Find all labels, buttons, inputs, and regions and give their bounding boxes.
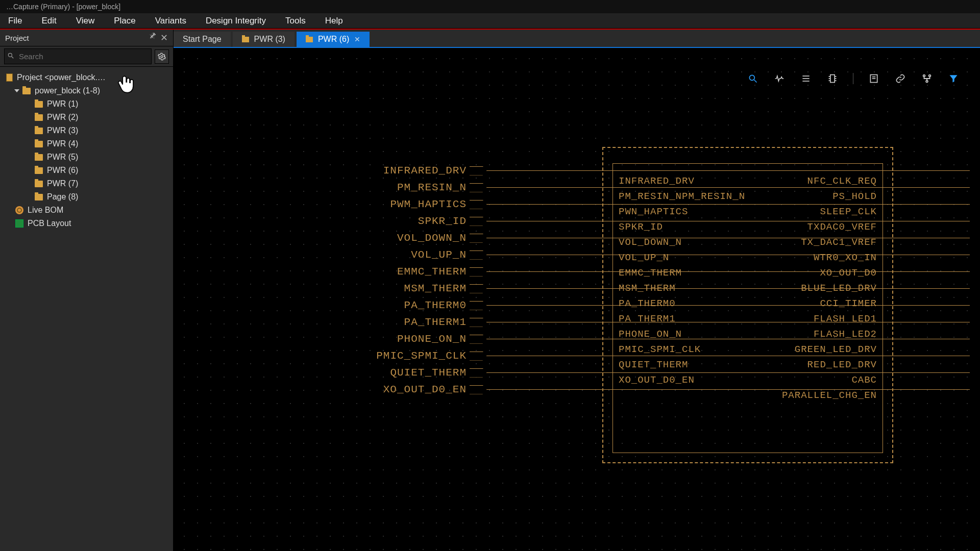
panel-title: Project — [5, 34, 29, 42]
block-pins-right: NFC_CLK_REQPS_HOLDSLEEP_CLKTXDAC0_VREFTX… — [782, 173, 877, 403]
pin-label: PHONE_ON_N — [619, 327, 745, 342]
pcb-layout-label: PCB Layout — [28, 219, 71, 228]
tree-page[interactable]: PWR (4) — [3, 137, 170, 151]
tree-page-label: PWR (7) — [47, 179, 78, 188]
menu-variants[interactable]: Variants — [155, 16, 186, 26]
port-icon — [470, 217, 487, 226]
pin-label: PA_THERM0 — [619, 296, 745, 311]
tree-page-label: PWR (5) — [47, 153, 78, 162]
folder-icon — [242, 37, 249, 42]
tree-pcb-layout[interactable]: PCB Layout — [3, 217, 170, 230]
tree-page[interactable]: PWR (5) — [3, 151, 170, 164]
folder-icon — [306, 37, 313, 42]
pin-label: VOL_UP_N — [619, 250, 745, 265]
pin-label: INFRARED_DRV — [619, 173, 745, 189]
window-title: …Capture (Primary) - [power_block] — [6, 3, 120, 11]
component-block[interactable]: INFRARED_DRVPM_RESIN_NPM_RESIN_NPWN_HAPT… — [602, 147, 893, 463]
search-input[interactable] — [4, 48, 152, 64]
menubar: File Edit View Place Variants Design Int… — [0, 13, 980, 29]
menu-place[interactable]: Place — [114, 16, 136, 26]
tree-page[interactable]: PWR (2) — [3, 111, 170, 124]
pin-label: CCI_TIMER — [782, 296, 877, 311]
folder-icon — [35, 167, 43, 174]
canvas-area[interactable]: Start PagePWR (3)PWR (6)✕ INFRA — [174, 30, 980, 551]
pin-label: XO_OUT_D0 — [782, 265, 877, 281]
search-row — [0, 46, 173, 67]
tree-page[interactable]: Page (8) — [3, 190, 170, 204]
tree-page-label: PWR (4) — [47, 139, 78, 148]
tree-live-bom[interactable]: Live BOM — [3, 204, 170, 217]
tab-label: Start Page — [183, 35, 222, 44]
tree-page-label: Page (8) — [47, 192, 78, 202]
port-icon — [470, 368, 487, 378]
folder-icon — [35, 141, 43, 147]
tree-page[interactable]: PWR (6) — [3, 164, 170, 177]
pin-icon[interactable] — [149, 32, 156, 43]
port-icon — [470, 200, 487, 209]
tree-page[interactable]: PWR (1) — [3, 97, 170, 111]
close-icon[interactable]: ✕ — [354, 35, 360, 43]
caret-icon — [14, 89, 19, 92]
tree-design[interactable]: power_block (1-8) — [3, 84, 170, 97]
tab[interactable]: PWR (3) — [233, 32, 295, 47]
folder-icon — [35, 128, 43, 134]
tree-page-label: PWR (6) — [47, 166, 78, 175]
folder-icon — [22, 88, 31, 94]
menu-help[interactable]: Help — [325, 16, 343, 26]
gear-icon[interactable] — [155, 49, 169, 64]
net-label: VOL_UP_N — [250, 249, 470, 261]
pin-label: FLASH_LED2 — [782, 327, 877, 342]
port-icon — [470, 166, 487, 176]
pin-label: PS_HOLD — [782, 189, 877, 204]
port-icon — [470, 183, 487, 192]
pin-label: TX_DAC1_VREF — [782, 235, 877, 250]
net-label: EMMC_THERM — [250, 266, 470, 278]
tree-design-label: power_block (1-8) — [35, 86, 100, 95]
tab-label: PWR (6) — [318, 35, 349, 44]
tree-page[interactable]: PWR (3) — [3, 124, 170, 137]
window-titlebar: …Capture (Primary) - [power_block] — [0, 0, 980, 13]
tab[interactable]: Start Page — [174, 32, 231, 47]
tree-page-label: PWR (1) — [47, 99, 78, 109]
port-icon — [470, 301, 487, 310]
pin-label: PWN_HAPTICS — [619, 204, 745, 219]
port-icon — [470, 284, 487, 293]
menu-edit[interactable]: Edit — [41, 16, 56, 26]
port-icon — [470, 251, 487, 260]
pin-label: PMIC_SPMI_CLK — [619, 342, 745, 357]
net-label: PHONE_ON_N — [250, 333, 470, 345]
tab-label: PWR (3) — [254, 35, 285, 44]
menu-file[interactable]: File — [8, 16, 22, 26]
net-label: PWM_HAPTICS — [250, 198, 470, 210]
tree-root-label: Project <power_block.… — [17, 73, 106, 82]
net-label: VOL_DOWN_N — [250, 232, 470, 244]
port-icon — [470, 234, 487, 243]
pin-label: TXDAC0_VREF — [782, 219, 877, 235]
tab[interactable]: PWR (6)✕ — [297, 32, 370, 47]
pin-label: CABC — [782, 372, 877, 388]
tree-page-label: PWR (3) — [47, 126, 78, 135]
menu-tools[interactable]: Tools — [285, 16, 306, 26]
pcb-icon — [15, 219, 23, 228]
folder-icon — [35, 154, 43, 161]
pin-label: XO_OUT_D0_EN — [619, 372, 745, 388]
project-panel: Project ✕ Project <power_block.… — [0, 30, 174, 551]
port-icon — [470, 267, 487, 277]
pin-label: PA_THERM1 — [619, 311, 745, 327]
panel-header: Project ✕ — [0, 30, 173, 46]
port-icon — [470, 352, 487, 361]
tabstrip: Start PagePWR (3)PWR (6)✕ — [174, 30, 980, 48]
tree-page[interactable]: PWR (7) — [3, 177, 170, 190]
net-label: PA_THERM1 — [250, 316, 470, 328]
menu-design-integrity[interactable]: Design Integrity — [206, 16, 266, 26]
pin-label: SLEEP_CLK — [782, 204, 877, 219]
net-label: QUIET_THERM — [250, 367, 470, 379]
project-tree: Project <power_block.… power_block (1-8)… — [0, 67, 173, 234]
menu-view[interactable]: View — [76, 16, 95, 26]
net-label: INFRARED_DRV — [250, 165, 470, 177]
svg-point-2 — [161, 56, 163, 58]
port-icon — [470, 385, 487, 394]
close-icon[interactable]: ✕ — [160, 32, 168, 43]
tree-root[interactable]: Project <power_block.… — [3, 71, 170, 84]
net-label: PA_THERM0 — [250, 299, 470, 311]
